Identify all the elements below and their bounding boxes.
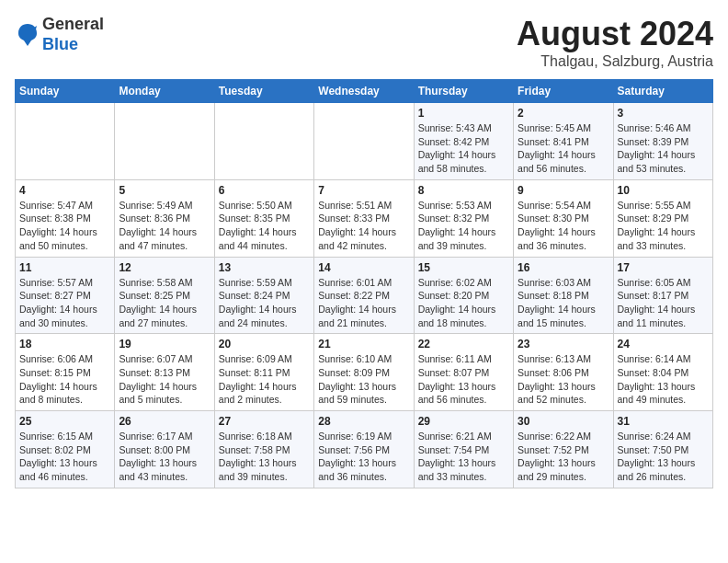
calendar-cell: 15Sunrise: 6:02 AM Sunset: 8:20 PM Dayli… <box>414 257 513 334</box>
day-number: 19 <box>119 338 210 350</box>
calendar-cell <box>314 103 414 180</box>
day-number: 27 <box>219 415 310 428</box>
calendar-cell: 6Sunrise: 5:50 AM Sunset: 8:35 PM Daylig… <box>214 179 313 257</box>
calendar-week-row: 4Sunrise: 5:47 AM Sunset: 8:38 PM Daylig… <box>16 179 713 257</box>
calendar-cell: 19Sunrise: 6:07 AM Sunset: 8:13 PM Dayli… <box>115 334 214 411</box>
day-number: 5 <box>119 184 210 197</box>
day-info: Sunrise: 6:24 AM Sunset: 7:50 PM Dayligh… <box>618 430 709 484</box>
day-info: Sunrise: 5:45 AM Sunset: 8:41 PM Dayligh… <box>518 121 609 176</box>
day-number: 30 <box>518 415 609 428</box>
calendar-cell: 8Sunrise: 5:53 AM Sunset: 8:32 PM Daylig… <box>414 179 513 257</box>
main-title: August 2024 <box>517 15 713 53</box>
day-number: 8 <box>418 184 509 197</box>
weekday-header: Tuesday <box>214 80 313 103</box>
calendar-cell <box>115 103 214 180</box>
calendar-cell: 1Sunrise: 5:43 AM Sunset: 8:42 PM Daylig… <box>414 103 513 180</box>
day-number: 10 <box>618 184 709 197</box>
day-number: 17 <box>618 261 709 274</box>
weekday-header-row: SundayMondayTuesdayWednesdayThursdayFrid… <box>16 80 713 103</box>
calendar-week-row: 1Sunrise: 5:43 AM Sunset: 8:42 PM Daylig… <box>16 103 713 180</box>
calendar-cell: 21Sunrise: 6:10 AM Sunset: 8:09 PM Dayli… <box>314 334 414 411</box>
day-number: 26 <box>119 415 210 428</box>
subtitle: Thalgau, Salzburg, Austria <box>517 53 713 70</box>
day-info: Sunrise: 5:43 AM Sunset: 8:42 PM Dayligh… <box>418 121 509 176</box>
day-number: 15 <box>418 261 509 274</box>
day-info: Sunrise: 5:53 AM Sunset: 8:32 PM Dayligh… <box>418 199 509 253</box>
calendar-cell: 4Sunrise: 5:47 AM Sunset: 8:38 PM Daylig… <box>16 179 115 257</box>
calendar-cell: 31Sunrise: 6:24 AM Sunset: 7:50 PM Dayli… <box>613 411 712 488</box>
day-number: 2 <box>518 107 609 120</box>
calendar-cell: 3Sunrise: 5:46 AM Sunset: 8:39 PM Daylig… <box>613 103 712 180</box>
day-number: 20 <box>219 338 310 350</box>
day-number: 31 <box>618 415 709 428</box>
day-info: Sunrise: 6:17 AM Sunset: 8:00 PM Dayligh… <box>119 430 210 484</box>
day-number: 28 <box>318 415 409 428</box>
calendar-cell: 18Sunrise: 6:06 AM Sunset: 8:15 PM Dayli… <box>16 334 115 411</box>
calendar-cell: 7Sunrise: 5:51 AM Sunset: 8:33 PM Daylig… <box>314 179 414 257</box>
calendar-cell: 10Sunrise: 5:55 AM Sunset: 8:29 PM Dayli… <box>613 179 712 257</box>
day-info: Sunrise: 5:55 AM Sunset: 8:29 PM Dayligh… <box>618 199 709 253</box>
day-number: 7 <box>318 184 409 197</box>
day-info: Sunrise: 6:07 AM Sunset: 8:13 PM Dayligh… <box>119 352 210 407</box>
day-info: Sunrise: 6:05 AM Sunset: 8:17 PM Dayligh… <box>618 276 709 330</box>
day-number: 18 <box>19 338 110 350</box>
day-info: Sunrise: 6:09 AM Sunset: 8:11 PM Dayligh… <box>219 352 310 407</box>
calendar-cell: 12Sunrise: 5:58 AM Sunset: 8:25 PM Dayli… <box>115 257 214 334</box>
day-number: 21 <box>318 338 409 350</box>
day-info: Sunrise: 6:22 AM Sunset: 7:52 PM Dayligh… <box>518 430 609 484</box>
calendar-cell: 13Sunrise: 5:59 AM Sunset: 8:24 PM Dayli… <box>214 257 313 334</box>
logo-icon <box>15 22 40 48</box>
calendar-cell: 2Sunrise: 5:45 AM Sunset: 8:41 PM Daylig… <box>514 103 613 180</box>
day-info: Sunrise: 6:11 AM Sunset: 8:07 PM Dayligh… <box>418 352 509 407</box>
calendar-week-row: 11Sunrise: 5:57 AM Sunset: 8:27 PM Dayli… <box>16 257 713 334</box>
day-info: Sunrise: 6:18 AM Sunset: 7:58 PM Dayligh… <box>219 430 310 484</box>
calendar-cell: 16Sunrise: 6:03 AM Sunset: 8:18 PM Dayli… <box>514 257 613 334</box>
day-number: 14 <box>318 261 409 274</box>
weekday-header: Friday <box>514 80 613 103</box>
calendar-cell: 24Sunrise: 6:14 AM Sunset: 8:04 PM Dayli… <box>613 334 712 411</box>
day-number: 24 <box>618 338 709 350</box>
day-info: Sunrise: 6:06 AM Sunset: 8:15 PM Dayligh… <box>19 352 110 407</box>
calendar-cell: 22Sunrise: 6:11 AM Sunset: 8:07 PM Dayli… <box>414 334 513 411</box>
day-info: Sunrise: 5:59 AM Sunset: 8:24 PM Dayligh… <box>219 276 310 330</box>
calendar-cell: 17Sunrise: 6:05 AM Sunset: 8:17 PM Dayli… <box>613 257 712 334</box>
page-header: General Blue August 2024 Thalgau, Salzbu… <box>15 15 713 70</box>
day-number: 3 <box>618 107 709 120</box>
day-info: Sunrise: 6:02 AM Sunset: 8:20 PM Dayligh… <box>418 276 509 330</box>
day-info: Sunrise: 5:47 AM Sunset: 8:38 PM Dayligh… <box>19 199 110 253</box>
calendar-cell: 27Sunrise: 6:18 AM Sunset: 7:58 PM Dayli… <box>214 411 313 488</box>
calendar-week-row: 18Sunrise: 6:06 AM Sunset: 8:15 PM Dayli… <box>16 334 713 411</box>
day-info: Sunrise: 6:15 AM Sunset: 8:02 PM Dayligh… <box>19 430 110 484</box>
day-info: Sunrise: 5:49 AM Sunset: 8:36 PM Dayligh… <box>119 199 210 253</box>
weekday-header: Sunday <box>16 80 115 103</box>
day-info: Sunrise: 6:10 AM Sunset: 8:09 PM Dayligh… <box>318 352 409 407</box>
day-number: 1 <box>418 107 509 120</box>
day-info: Sunrise: 5:58 AM Sunset: 8:25 PM Dayligh… <box>119 276 210 330</box>
calendar-cell: 23Sunrise: 6:13 AM Sunset: 8:06 PM Dayli… <box>514 334 613 411</box>
day-info: Sunrise: 6:03 AM Sunset: 8:18 PM Dayligh… <box>518 276 609 330</box>
day-info: Sunrise: 6:14 AM Sunset: 8:04 PM Dayligh… <box>618 352 709 407</box>
calendar-cell: 26Sunrise: 6:17 AM Sunset: 8:00 PM Dayli… <box>115 411 214 488</box>
day-number: 4 <box>19 184 110 197</box>
logo: General Blue <box>15 15 104 54</box>
calendar-week-row: 25Sunrise: 6:15 AM Sunset: 8:02 PM Dayli… <box>16 411 713 488</box>
day-number: 16 <box>518 261 609 274</box>
day-info: Sunrise: 5:46 AM Sunset: 8:39 PM Dayligh… <box>618 121 709 176</box>
day-number: 23 <box>518 338 609 350</box>
logo-text: General Blue <box>42 15 104 54</box>
day-info: Sunrise: 6:13 AM Sunset: 8:06 PM Dayligh… <box>518 352 609 407</box>
day-info: Sunrise: 5:51 AM Sunset: 8:33 PM Dayligh… <box>318 199 409 253</box>
calendar-cell: 14Sunrise: 6:01 AM Sunset: 8:22 PM Dayli… <box>314 257 414 334</box>
calendar-table: SundayMondayTuesdayWednesdayThursdayFrid… <box>15 79 713 488</box>
calendar-cell: 9Sunrise: 5:54 AM Sunset: 8:30 PM Daylig… <box>514 179 613 257</box>
calendar-cell <box>16 103 115 180</box>
day-info: Sunrise: 5:50 AM Sunset: 8:35 PM Dayligh… <box>219 199 310 253</box>
weekday-header: Thursday <box>414 80 513 103</box>
weekday-header: Saturday <box>613 80 712 103</box>
calendar-cell <box>214 103 313 180</box>
day-info: Sunrise: 6:21 AM Sunset: 7:54 PM Dayligh… <box>418 430 509 484</box>
day-number: 22 <box>418 338 509 350</box>
calendar-cell: 30Sunrise: 6:22 AM Sunset: 7:52 PM Dayli… <box>514 411 613 488</box>
calendar-cell: 25Sunrise: 6:15 AM Sunset: 8:02 PM Dayli… <box>16 411 115 488</box>
day-info: Sunrise: 5:57 AM Sunset: 8:27 PM Dayligh… <box>19 276 110 330</box>
